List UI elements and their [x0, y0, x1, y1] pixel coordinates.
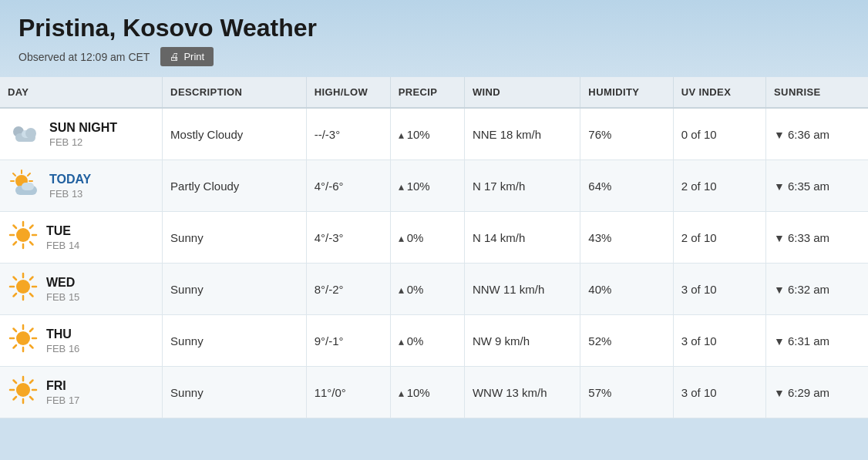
cell-day: FRI FEB 17: [0, 367, 163, 418]
day-label: SUN NIGHT: [49, 121, 117, 135]
svg-line-7: [13, 173, 15, 176]
date-label: FEB 17: [46, 395, 79, 406]
cell-precip: ▴10%: [390, 367, 464, 418]
print-button[interactable]: 🖨 Print: [160, 47, 214, 66]
weather-icon: [8, 271, 39, 307]
day-text: TUE FEB 14: [46, 224, 79, 251]
cell-highlow: 9°/-1°: [306, 315, 390, 367]
table-row: FRI FEB 17 Sunny11°/0°▴10%WNW 13 km/h57%…: [0, 367, 868, 418]
cell-day: SUN NIGHT FEB 12: [0, 108, 163, 160]
col-header-sunrise: SUNRISE: [766, 77, 868, 108]
cell-wind: NNW 11 km/h: [464, 264, 580, 315]
page-title: Pristina, Kosovo Weather: [19, 14, 849, 42]
header-row: DAY DESCRIPTION HIGH/LOW PRECIP WIND HUM…: [0, 77, 868, 108]
table-header: DAY DESCRIPTION HIGH/LOW PRECIP WIND HUM…: [0, 77, 868, 108]
header-subline: Observed at 12:09 am CET 🖨 Print: [19, 47, 849, 66]
cell-sunrise: ▼6:36 am: [766, 108, 868, 160]
sunrise-icon: ▼: [774, 284, 785, 296]
day-label: THU: [46, 327, 79, 341]
sunrise-icon: ▼: [774, 180, 785, 193]
date-label: FEB 16: [46, 343, 79, 354]
sunrise-icon: ▼: [774, 129, 785, 141]
cell-humidity: 43%: [580, 212, 673, 264]
precip-icon: ▴: [399, 284, 404, 296]
svg-line-35: [14, 329, 17, 332]
cell-description: Sunny: [163, 212, 307, 264]
date-label: FEB 13: [49, 188, 91, 200]
observed-time: Observed at 12:09 am CET: [19, 51, 150, 63]
day-label: TUE: [46, 224, 79, 238]
cell-humidity: 40%: [580, 264, 673, 315]
date-label: FEB 12: [49, 136, 117, 148]
sunrise-icon: ▼: [774, 387, 785, 399]
cell-wind: N 17 km/h: [464, 160, 580, 212]
svg-line-27: [30, 294, 33, 297]
page-header: Pristina, Kosovo Weather Observed at 12:…: [0, 0, 868, 77]
col-header-precip: PRECIP: [390, 77, 464, 108]
table-row: TUE FEB 14 Sunny4°/-3°▴0%N 14 km/h43%2 o…: [0, 212, 868, 264]
cell-day: TODAY FEB 13: [0, 160, 163, 212]
cell-description: Sunny: [163, 367, 307, 418]
cell-humidity: 57%: [580, 367, 673, 418]
date-label: FEB 15: [46, 291, 79, 303]
col-header-uv: UV INDEX: [673, 77, 765, 108]
col-header-wind: WIND: [464, 77, 580, 108]
day-text: TODAY FEB 13: [49, 173, 91, 200]
cell-day: WED FEB 15: [0, 264, 163, 315]
cell-humidity: 76%: [580, 108, 673, 160]
svg-point-21: [16, 280, 30, 294]
cell-highlow: 4°/-6°: [306, 160, 390, 212]
cell-wind: WNW 13 km/h: [464, 367, 580, 418]
cell-precip: ▴0%: [390, 264, 464, 315]
col-header-description: DESCRIPTION: [163, 77, 307, 108]
cell-highlow: --/-3°: [306, 108, 390, 160]
weather-icon: [8, 374, 39, 410]
precip-icon: ▴: [399, 180, 404, 193]
cell-humidity: 52%: [580, 315, 673, 367]
precip-icon: ▴: [399, 335, 404, 348]
svg-line-37: [30, 329, 33, 332]
cell-highlow: 4°/-3°: [306, 212, 390, 264]
svg-line-20: [14, 242, 17, 245]
sunrise-icon: ▼: [774, 232, 785, 244]
cell-highlow: 8°/-2°: [306, 264, 390, 315]
cell-uv: 0 of 10: [673, 108, 765, 160]
cell-description: Sunny: [163, 264, 307, 315]
cell-precip: ▴10%: [390, 160, 464, 212]
cell-uv: 2 of 10: [673, 160, 765, 212]
day-label: TODAY: [49, 173, 91, 186]
svg-line-45: [30, 397, 33, 400]
svg-line-36: [30, 345, 33, 348]
svg-point-12: [16, 228, 30, 242]
col-header-day: DAY: [0, 77, 163, 108]
svg-point-30: [16, 331, 30, 345]
day-text: WED FEB 15: [46, 276, 79, 303]
weather-icon: [8, 220, 39, 255]
cell-uv: 3 of 10: [673, 315, 765, 367]
cell-uv: 3 of 10: [673, 264, 765, 315]
cell-description: Sunny: [163, 315, 307, 367]
cell-sunrise: ▼6:35 am: [766, 160, 868, 212]
cell-day: THU FEB 16: [0, 315, 163, 367]
cell-wind: NNE 18 km/h: [464, 108, 580, 160]
day-text: THU FEB 16: [46, 327, 79, 354]
table-row: SUN NIGHT FEB 12 Mostly Cloudy--/-3°▴10%…: [0, 108, 868, 160]
day-label: FRI: [46, 379, 79, 393]
svg-line-8: [28, 173, 30, 176]
col-header-highlow: HIGH/LOW: [306, 77, 390, 108]
svg-line-38: [14, 345, 17, 348]
print-label: Print: [183, 51, 204, 62]
svg-line-44: [14, 381, 17, 384]
svg-line-47: [14, 397, 17, 400]
precip-icon: ▴: [399, 232, 404, 244]
day-text: FRI FEB 17: [46, 379, 79, 406]
print-icon: 🖨: [170, 51, 180, 62]
date-label: FEB 14: [46, 240, 79, 251]
cell-sunrise: ▼6:31 am: [766, 315, 868, 367]
cell-day: TUE FEB 14: [0, 212, 163, 264]
cell-highlow: 11°/0°: [306, 367, 390, 418]
cell-wind: N 14 km/h: [464, 212, 580, 264]
weather-icon: [8, 116, 42, 152]
svg-point-3: [25, 128, 36, 139]
cell-wind: NW 9 km/h: [464, 315, 580, 367]
